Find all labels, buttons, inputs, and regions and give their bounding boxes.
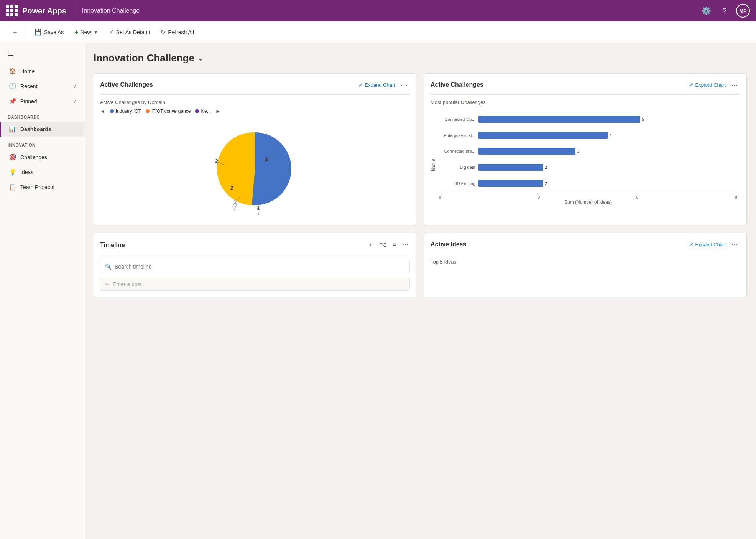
main-layout: ☰ 🏠 Home 🕐 Recent ∨ 📌 Pinned ∨ Dashboard…: [0, 43, 756, 539]
new-caret-icon: ▼: [94, 30, 98, 35]
timeline-menu-button[interactable]: ⋯: [401, 239, 410, 251]
checkmark-icon: ✓: [109, 28, 114, 36]
pin-icon: 📌: [9, 97, 16, 105]
recent-caret-icon: ∨: [73, 84, 76, 89]
bar-value: 2: [545, 181, 547, 186]
search-icon: 🔍: [105, 264, 112, 270]
bar-value: 3: [577, 149, 579, 153]
sidebar-item-team-projects[interactable]: 📋 Team Projects: [0, 180, 84, 195]
sidebar-item-recent[interactable]: 🕐 Recent ∨: [0, 79, 84, 94]
sidebar-item-home[interactable]: 🏠 Home: [0, 64, 84, 79]
sidebar-menu-button[interactable]: ☰: [0, 43, 84, 64]
bar-fill: [478, 180, 543, 187]
save-as-button[interactable]: 💾 Save As: [30, 26, 68, 38]
bar-row-label: Big data: [439, 165, 475, 170]
svg-text:2: 2: [215, 158, 218, 164]
toolbar: ← 💾 Save As + New ▼ ✓ Set As Default ↻ R…: [0, 21, 756, 43]
back-button[interactable]: ←: [8, 26, 23, 38]
innovation-section-label: Innovation: [0, 137, 84, 150]
timeline-actions: ＋ ⌥ ≡ ⋯: [366, 239, 410, 251]
bar-card-menu-button[interactable]: ⋯: [729, 80, 740, 90]
bar-row-label: 3D Printing: [439, 181, 475, 186]
refresh-icon: ↻: [161, 28, 166, 36]
timeline-header: Timeline ＋ ⌥ ≡ ⋯: [100, 239, 410, 251]
bar-fill: [478, 132, 608, 139]
avatar[interactable]: MP: [736, 4, 750, 18]
bar-value: 4: [610, 133, 612, 138]
pie-chart-subtitle: Active Challenges by Domain: [100, 99, 410, 105]
bar-card-title: Active Challenges: [431, 81, 483, 88]
svg-text:1: 1: [233, 199, 237, 205]
expand-ideas-icon: ⤢: [689, 241, 694, 247]
bar-row: Enterprise sust...4: [439, 129, 737, 142]
ideas-subtitle: Top 5 Ideas: [431, 259, 740, 265]
legend-dot-industry-iot: [110, 109, 114, 113]
app-name: Power Apps: [22, 7, 66, 15]
timeline-filter-button[interactable]: ⌥: [378, 239, 388, 251]
bar-row: 3D Printing2: [439, 177, 737, 190]
home-icon: 🏠: [9, 68, 16, 75]
legend-item-industry-iot: Industry IOT: [110, 109, 141, 114]
legend-dot-new: [195, 109, 199, 113]
bar-row-label: Connected Op...: [439, 117, 475, 122]
expand-bar-icon: ⤢: [689, 82, 694, 88]
team-projects-icon: 📋: [9, 183, 16, 191]
legend-next-icon[interactable]: ►: [215, 108, 221, 114]
bar-value: 2: [545, 165, 547, 170]
legend-prev-icon[interactable]: ◄: [100, 108, 105, 114]
active-ideas-card: Active Ideas ⤢ Expand Chart ⋯ Top 5 Idea…: [424, 233, 747, 297]
timeline-sort-button[interactable]: ≡: [391, 239, 398, 251]
bar-value: 5: [642, 117, 644, 122]
pie-expand-button[interactable]: ⤢ Expand Chart: [358, 82, 396, 88]
dashboard-grid: Active Challenges ⤢ Expand Chart ⋯ Activ…: [94, 73, 747, 297]
bar-row: Big data2: [439, 161, 737, 173]
timeline-post-input[interactable]: ✏ Enter a post: [100, 278, 410, 291]
new-plus-icon: +: [74, 29, 78, 36]
toolbar-sep-1: [26, 28, 26, 37]
nav-divider: [74, 5, 74, 16]
sidebar: ☰ 🏠 Home 🕐 Recent ∨ 📌 Pinned ∨ Dashboard…: [0, 43, 84, 539]
pie-card-header: Active Challenges ⤢ Expand Chart ⋯: [100, 80, 410, 90]
timeline-title: Timeline: [100, 242, 125, 249]
dashboards-section-label: Dashboards: [0, 109, 84, 122]
sidebar-item-dashboards[interactable]: 📊 Dashboards: [0, 122, 84, 137]
bar-card-header: Active Challenges ⤢ Expand Chart ⋯: [431, 80, 740, 90]
sidebar-item-ideas[interactable]: 💡 Ideas: [0, 165, 84, 180]
dashboard-icon: 📊: [9, 125, 16, 133]
pinned-caret-icon: ∨: [73, 99, 76, 104]
legend-dot-itot: [146, 109, 150, 113]
page-title-caret-icon[interactable]: ⌄: [197, 54, 203, 63]
pie-chart-legend: ◄ Industry IOT IT/OT convergence Ne... ►: [100, 108, 410, 114]
set-as-default-button[interactable]: ✓ Set As Default: [104, 26, 155, 38]
ideas-icon: 💡: [9, 168, 16, 176]
bar-row-label: Enterprise sust...: [439, 133, 475, 138]
bar-fill: [478, 148, 575, 155]
app-grid-icon[interactable]: [6, 5, 18, 16]
pie-card-menu-button[interactable]: ⋯: [398, 80, 410, 90]
timeline-add-button[interactable]: ＋: [366, 239, 375, 251]
challenges-icon: 🎯: [9, 153, 16, 161]
save-icon: 💾: [34, 28, 42, 36]
new-button[interactable]: + New ▼: [70, 26, 102, 38]
sidebar-item-pinned[interactable]: 📌 Pinned ∨: [0, 94, 84, 109]
active-challenges-bar-card: Active Challenges ⤢ Expand Chart ⋯ Most …: [424, 73, 747, 225]
help-icon[interactable]: ?: [718, 4, 731, 18]
sidebar-item-challenges[interactable]: 🎯 Challenges: [0, 150, 84, 165]
bar-fill: [478, 164, 543, 171]
x-tick-3: 3: [537, 195, 540, 199]
pie-card-title: Active Challenges: [100, 81, 153, 88]
svg-text:2: 2: [230, 185, 233, 191]
bar-expand-button[interactable]: ⤢ Expand Chart: [689, 82, 726, 88]
timeline-search-input[interactable]: [115, 264, 405, 270]
refresh-all-button[interactable]: ↻ Refresh All: [156, 26, 199, 38]
legend-item-new: Ne...: [195, 109, 210, 114]
ideas-expand-button[interactable]: ⤢ Expand Chart: [689, 241, 726, 247]
bar-fill: [478, 116, 640, 123]
recent-icon: 🕐: [9, 82, 16, 90]
ideas-card-header: Active Ideas ⤢ Expand Chart ⋯: [431, 239, 740, 249]
settings-icon[interactable]: ⚙️: [699, 4, 713, 18]
timeline-search-box[interactable]: 🔍: [100, 260, 410, 273]
back-icon: ←: [12, 29, 18, 36]
nav-app-title: Innovation Challenge: [82, 7, 140, 14]
ideas-card-menu-button[interactable]: ⋯: [729, 239, 740, 249]
